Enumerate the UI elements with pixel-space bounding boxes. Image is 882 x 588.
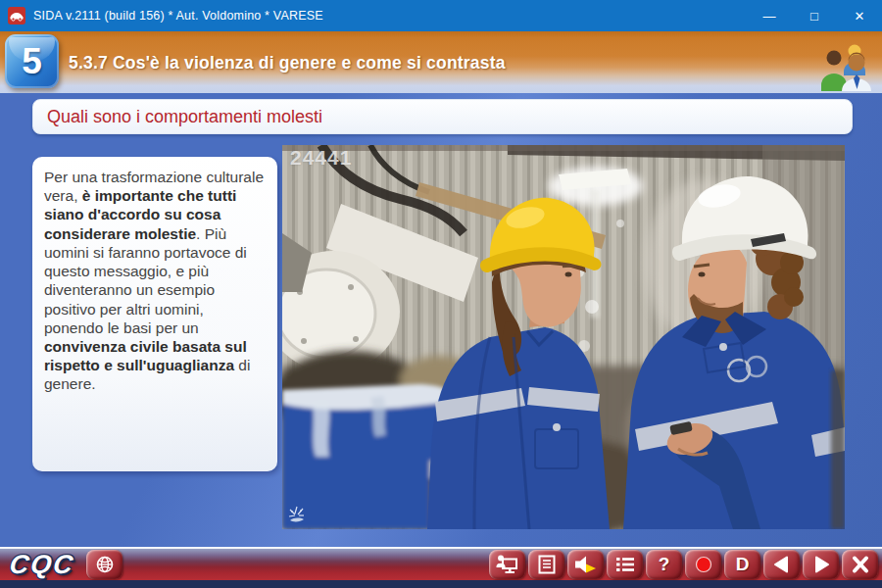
window-title: SIDA v.2111 (build 156) * Aut. Voldomino… (33, 9, 323, 23)
record-icon (693, 555, 714, 574)
bottom-edge-strip (0, 580, 882, 588)
people-group-icon (819, 42, 874, 91)
audio-button[interactable] (567, 550, 604, 579)
globe-button[interactable] (86, 550, 122, 579)
lesson-text-panel: Per una trasformazione culturale vera, è… (32, 157, 277, 471)
presentation-button[interactable] (489, 550, 525, 579)
forward-button[interactable] (803, 550, 839, 579)
index-list-button[interactable] (607, 550, 643, 579)
sida-application-window: SIDA v.2111 (build 156) * Aut. Voldomino… (0, 0, 882, 588)
section-subtitle-bar: Quali sono i comportamenti molesti (32, 99, 853, 134)
section-subtitle: Quali sono i comportamenti molesti (47, 107, 322, 127)
cqc-logo: CQC (8, 550, 76, 580)
titlebar: SIDA v.2111 (build 156) * Aut. Voldomino… (0, 0, 882, 31)
back-icon (771, 555, 793, 574)
record-button[interactable] (685, 550, 721, 579)
minimize-button[interactable]: — (747, 0, 792, 31)
window-controls: — □ ✕ (747, 0, 882, 31)
lesson-photo: 24441 (282, 145, 845, 529)
photo-illustration (282, 145, 845, 529)
sida-car-icon (8, 7, 25, 24)
photo-id-watermark: 24441 (290, 146, 352, 170)
lesson-content-area: Quali sono i comportamenti molesti Per u… (0, 93, 882, 547)
dictionary-button[interactable]: D (724, 550, 760, 579)
lesson-header: 5 5.3.7 Cos'è la violenza di genere e co… (0, 31, 882, 93)
back-button[interactable] (763, 550, 800, 579)
text-document-button[interactable] (528, 550, 564, 579)
chapter-number-badge: 5 (5, 34, 59, 88)
dictionary-icon: D (736, 554, 750, 575)
close-window-button[interactable]: ✕ (837, 0, 882, 31)
help-icon: ? (659, 554, 670, 575)
list-icon (614, 555, 636, 574)
lesson-title: 5.3.7 Cos'è la violenza di genere e come… (69, 52, 506, 73)
sparkle-icon (287, 505, 307, 524)
forward-icon (810, 555, 832, 574)
maximize-button[interactable]: □ (792, 0, 837, 31)
bottom-toolbar: CQC (0, 547, 882, 580)
close-icon (850, 555, 871, 574)
help-button[interactable]: ? (646, 550, 682, 579)
body-text-bold: convivenza civile basata sul rispetto e … (44, 338, 247, 373)
exit-button[interactable] (842, 550, 878, 579)
globe-icon (94, 555, 116, 574)
speaker-icon (574, 555, 598, 574)
document-icon (537, 555, 557, 574)
presentation-icon (496, 555, 519, 574)
